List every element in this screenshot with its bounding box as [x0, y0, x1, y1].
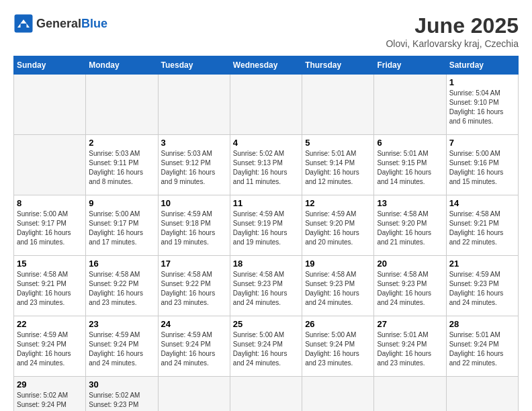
- calendar-subtitle: Olovi, Karlovarsky kraj, Czechia: [386, 38, 519, 49]
- calendar-day-19: 19Sunrise: 4:58 AMSunset: 9:23 PMDayligh…: [302, 256, 374, 316]
- calendar-day-27: 27Sunrise: 5:01 AMSunset: 9:24 PMDayligh…: [374, 316, 446, 377]
- calendar-day-9: 9Sunrise: 5:00 AMSunset: 9:17 PMDaylight…: [86, 195, 158, 256]
- calendar-day-6: 6Sunrise: 5:01 AMSunset: 9:15 PMDaylight…: [374, 135, 446, 195]
- calendar-day-7: 7Sunrise: 5:00 AMSunset: 9:16 PMDaylight…: [446, 135, 518, 195]
- calendar-day-11: 11Sunrise: 4:59 AMSunset: 9:19 PMDayligh…: [230, 195, 302, 256]
- calendar-day-8: 8Sunrise: 5:00 AMSunset: 9:17 PMDaylight…: [14, 195, 86, 256]
- week-row-3: 15Sunrise: 4:58 AMSunset: 9:21 PMDayligh…: [14, 256, 519, 316]
- weekday-header-thursday: Thursday: [302, 56, 374, 75]
- empty-cell: [14, 135, 86, 195]
- empty-cell: [446, 377, 518, 412]
- week-row-1: 2Sunrise: 5:03 AMSunset: 9:11 PMDaylight…: [14, 135, 519, 195]
- empty-cell: [374, 75, 446, 135]
- empty-cell: [302, 75, 374, 135]
- calendar-day-2: 2Sunrise: 5:03 AMSunset: 9:11 PMDaylight…: [86, 135, 158, 195]
- weekday-header-monday: Monday: [86, 56, 158, 75]
- calendar-day-14: 14Sunrise: 4:58 AMSunset: 9:21 PMDayligh…: [446, 195, 518, 256]
- calendar-day-22: 22Sunrise: 4:59 AMSunset: 9:24 PMDayligh…: [14, 316, 86, 377]
- week-row-5: 29Sunrise: 5:02 AMSunset: 9:24 PMDayligh…: [14, 377, 519, 412]
- page-container: GeneralBlue June 2025 Olovi, Karlovarsky…: [13, 13, 519, 411]
- header: GeneralBlue June 2025 Olovi, Karlovarsky…: [13, 13, 519, 49]
- calendar-day-10: 10Sunrise: 4:59 AMSunset: 9:18 PMDayligh…: [158, 195, 230, 256]
- weekday-header-tuesday: Tuesday: [158, 56, 230, 75]
- calendar-table: SundayMondayTuesdayWednesdayThursdayFrid…: [13, 56, 519, 411]
- empty-cell: [158, 377, 230, 412]
- empty-cell: [14, 75, 86, 135]
- calendar-day-4: 4Sunrise: 5:02 AMSunset: 9:13 PMDaylight…: [230, 135, 302, 195]
- empty-cell: [158, 75, 230, 135]
- title-block: June 2025 Olovi, Karlovarsky kraj, Czech…: [386, 13, 519, 49]
- svg-rect-2: [21, 24, 27, 28]
- calendar-day-29: 29Sunrise: 5:02 AMSunset: 9:24 PMDayligh…: [14, 377, 86, 412]
- week-row-2: 8Sunrise: 5:00 AMSunset: 9:17 PMDaylight…: [14, 195, 519, 256]
- empty-cell: [230, 377, 302, 412]
- calendar-day-12: 12Sunrise: 4:59 AMSunset: 9:20 PMDayligh…: [302, 195, 374, 256]
- calendar-day-26: 26Sunrise: 5:00 AMSunset: 9:24 PMDayligh…: [302, 316, 374, 377]
- calendar-day-25: 25Sunrise: 5:00 AMSunset: 9:24 PMDayligh…: [230, 316, 302, 377]
- logo: GeneralBlue: [13, 13, 107, 34]
- logo-icon: [13, 13, 34, 34]
- weekday-header-friday: Friday: [374, 56, 446, 75]
- calendar-day-20: 20Sunrise: 4:58 AMSunset: 9:23 PMDayligh…: [374, 256, 446, 316]
- empty-cell: [230, 75, 302, 135]
- calendar-day-28: 28Sunrise: 5:01 AMSunset: 9:24 PMDayligh…: [446, 316, 518, 377]
- week-row-0: 1Sunrise: 5:04 AMSunset: 9:10 PMDaylight…: [14, 75, 519, 135]
- calendar-day-1: 1Sunrise: 5:04 AMSunset: 9:10 PMDaylight…: [446, 75, 518, 135]
- calendar-day-23: 23Sunrise: 4:59 AMSunset: 9:24 PMDayligh…: [86, 316, 158, 377]
- calendar-day-3: 3Sunrise: 5:03 AMSunset: 9:12 PMDaylight…: [158, 135, 230, 195]
- calendar-day-5: 5Sunrise: 5:01 AMSunset: 9:14 PMDaylight…: [302, 135, 374, 195]
- calendar-day-16: 16Sunrise: 4:58 AMSunset: 9:22 PMDayligh…: [86, 256, 158, 316]
- calendar-day-24: 24Sunrise: 4:59 AMSunset: 9:24 PMDayligh…: [158, 316, 230, 377]
- weekday-header-saturday: Saturday: [446, 56, 518, 75]
- calendar-day-13: 13Sunrise: 4:58 AMSunset: 9:20 PMDayligh…: [374, 195, 446, 256]
- weekday-header-sunday: Sunday: [14, 56, 86, 75]
- empty-cell: [374, 377, 446, 412]
- weekday-header-wednesday: Wednesday: [230, 56, 302, 75]
- calendar-day-17: 17Sunrise: 4:58 AMSunset: 9:22 PMDayligh…: [158, 256, 230, 316]
- logo-blue: Blue: [81, 17, 107, 30]
- calendar-day-30: 30Sunrise: 5:02 AMSunset: 9:23 PMDayligh…: [86, 377, 158, 412]
- calendar-day-21: 21Sunrise: 4:59 AMSunset: 9:23 PMDayligh…: [446, 256, 518, 316]
- logo-general: General: [36, 17, 81, 30]
- calendar-title: June 2025: [386, 13, 519, 38]
- calendar-day-18: 18Sunrise: 4:58 AMSunset: 9:23 PMDayligh…: [230, 256, 302, 316]
- weekday-header-row: SundayMondayTuesdayWednesdayThursdayFrid…: [14, 56, 519, 75]
- empty-cell: [302, 377, 374, 412]
- empty-cell: [86, 75, 158, 135]
- week-row-4: 22Sunrise: 4:59 AMSunset: 9:24 PMDayligh…: [14, 316, 519, 377]
- calendar-day-15: 15Sunrise: 4:58 AMSunset: 9:21 PMDayligh…: [14, 256, 86, 316]
